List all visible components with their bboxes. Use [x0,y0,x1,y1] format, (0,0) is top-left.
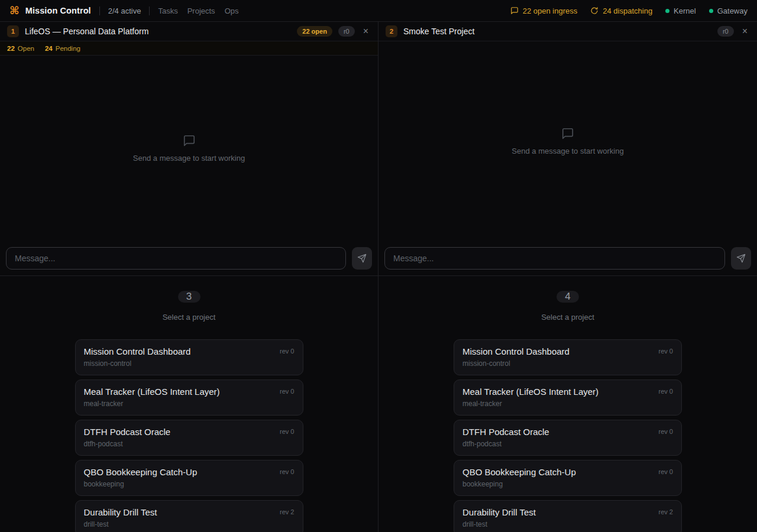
pane-select-4: 4 Select a project Mission Control Dashb… [378,276,757,532]
project-card[interactable]: Meal Tracker (LifeOS Intent Layer) meal-… [454,379,682,416]
project-name: QBO Bookkeeping Catch-Up [84,467,295,477]
chat-bubble-icon [510,7,519,15]
send-icon [357,254,367,263]
workspace-grid: 1 LifeOS — Personal Data Platform 22 ope… [0,22,757,532]
project-slug: mission-control [84,359,295,368]
close-pane-button[interactable]: × [740,25,750,37]
topbar-status: 22 open ingress 24 dispatching Kernel Ga… [510,7,748,15]
stat-pending-value: 24 [45,45,53,52]
project-slug: drill-test [462,520,673,528]
project-card[interactable]: QBO Bookkeeping Catch-Up bookkeeping rev… [75,460,303,496]
stat-open-value: 22 [7,45,15,52]
chat-empty-state: Send a message to start working [0,56,378,241]
project-slug: bookkeeping [84,480,295,488]
project-slug: dtfh-podcast [84,440,295,448]
project-rev: rev 0 [280,428,294,435]
project-name: Mission Control Dashboard [84,346,295,356]
project-name: Durability Drill Test [84,507,295,517]
stat-open: 22 Open [7,45,34,52]
project-list: Mission Control Dashboard mission-contro… [75,339,303,532]
project-name: DTFH Podcast Oracle [462,427,673,437]
project-slug: meal-tracker [462,400,673,408]
divider [99,7,100,15]
project-name: Durability Drill Test [462,507,673,517]
empty-state-text: Send a message to start working [133,154,245,163]
project-card[interactable]: QBO Bookkeeping Catch-Up bookkeeping rev… [454,460,682,496]
green-status-dot [709,9,713,13]
gateway-status: Gateway [709,7,748,15]
project-name: Meal Tracker (LifeOS Intent Layer) [462,387,673,397]
project-name: Meal Tracker (LifeOS Intent Layer) [84,387,295,397]
rev-badge: r0 [338,26,355,37]
project-rev: rev 0 [659,348,673,355]
dispatching-label: 24 dispatching [603,7,652,15]
sync-icon [590,7,599,15]
chat-empty-state: Send a message to start working [378,41,757,241]
project-slug: drill-test [84,520,295,528]
project-name: Mission Control Dashboard [462,346,673,356]
select-project-prompt: Select a project [163,313,216,322]
pane-select-3: 3 Select a project Mission Control Dashb… [0,276,378,532]
rev-badge: r0 [717,26,734,37]
open-count-badge: 22 open [297,26,332,37]
pane-number-placeholder: 3 [178,291,200,303]
pane-number-chip: 1 [7,25,19,37]
project-slug: dtfh-podcast [462,440,673,448]
app-title: Mission Control [25,6,91,15]
project-rev: rev 0 [280,388,294,395]
nav-ops[interactable]: Ops [225,7,239,15]
project-name: DTFH Podcast Oracle [84,427,295,437]
pane-smoke-header: 2 Smoke Test Project r0 × [378,22,757,41]
pane-smoke-test: 2 Smoke Test Project r0 × Send a message… [378,22,757,276]
project-card[interactable]: Durability Drill Test drill-test rev 2 [75,500,303,532]
divider [149,7,150,15]
project-card[interactable]: Mission Control Dashboard mission-contro… [75,339,303,375]
pane-stats-row: 22 Open 24 Pending [0,41,378,56]
message-input[interactable] [384,247,725,270]
project-slug: meal-tracker [84,400,295,408]
command-logo-icon: ⌘ [9,5,20,16]
pane-lifeos-header: 1 LifeOS — Personal Data Platform 22 ope… [0,22,378,41]
green-status-dot [665,9,669,13]
pane-title: LifeOS — Personal Data Platform [25,27,148,36]
send-button[interactable] [352,247,372,270]
composer [0,241,378,275]
gateway-label: Gateway [717,7,748,15]
project-name: QBO Bookkeeping Catch-Up [462,467,673,477]
project-rev: rev 0 [659,388,673,395]
composer [378,241,757,275]
nav-projects[interactable]: Projects [187,7,215,15]
project-card[interactable]: Mission Control Dashboard mission-contro… [454,339,682,375]
project-slug: bookkeeping [462,480,673,488]
chat-bubble-icon [183,134,196,147]
open-ingress-indicator: 22 open ingress [510,7,578,15]
topbar-nav: Tasks Projects Ops [158,7,238,15]
close-pane-button[interactable]: × [361,25,371,37]
project-card[interactable]: DTFH Podcast Oracle dtfh-podcast rev 0 [454,420,682,456]
stat-open-label: Open [18,45,34,52]
stat-pending: 24 Pending [45,45,80,52]
project-rev: rev 2 [280,508,294,515]
pane-number-placeholder: 4 [557,291,579,303]
stat-pending-label: Pending [56,45,80,52]
project-rev: rev 0 [280,468,294,475]
project-rev: rev 0 [659,468,673,475]
project-rev: rev 2 [659,508,673,515]
project-card[interactable]: DTFH Podcast Oracle dtfh-podcast rev 0 [75,420,303,456]
dispatching-indicator: 24 dispatching [590,7,652,15]
select-project-prompt: Select a project [541,313,594,322]
kernel-label: Kernel [674,7,696,15]
kernel-status: Kernel [665,7,696,15]
project-rev: rev 0 [659,428,673,435]
send-button[interactable] [731,247,751,270]
pane-lifeos: 1 LifeOS — Personal Data Platform 22 ope… [0,22,378,276]
topbar: ⌘ Mission Control 2/4 active Tasks Proje… [0,0,757,22]
empty-state-text: Send a message to start working [512,147,623,155]
project-card[interactable]: Durability Drill Test drill-test rev 2 [454,500,682,532]
nav-tasks[interactable]: Tasks [158,7,177,15]
message-input[interactable] [6,247,346,270]
project-slug: mission-control [462,359,673,368]
send-icon [736,254,746,263]
project-card[interactable]: Meal Tracker (LifeOS Intent Layer) meal-… [75,379,303,416]
chat-bubble-icon [561,127,574,140]
